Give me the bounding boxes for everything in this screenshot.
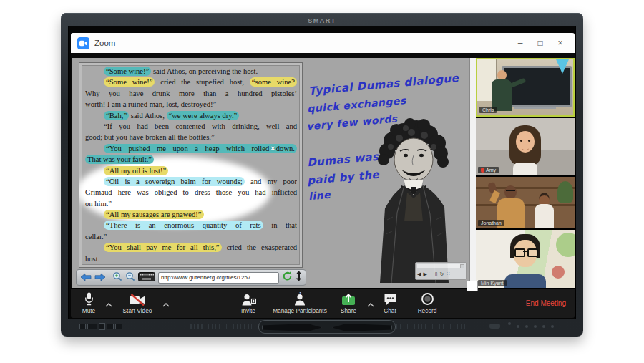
window-titlebar: Zoom – □ × xyxy=(71,33,575,53)
highlighted-text: “some wine? xyxy=(250,77,297,87)
port xyxy=(87,324,97,329)
page-nav-toolbar[interactable]: ◀ ▶ ─ ▯ ↻ ⁙ xyxy=(415,262,467,280)
video-options-chevron-icon[interactable] xyxy=(162,297,170,310)
smart-pen[interactable] xyxy=(332,324,392,331)
highlighted-text: “You shall pay me for all this,” xyxy=(104,243,222,252)
highlighted-text: “Oil is a sovereign balm for wounds; xyxy=(104,177,245,186)
page: SMART Zoom – □ × xyxy=(0,0,644,363)
minus-icon[interactable]: ─ xyxy=(429,271,433,278)
more-icon[interactable]: ⁙ xyxy=(446,271,450,278)
control-button[interactable] xyxy=(542,325,545,328)
page-nav-title-strip xyxy=(417,264,464,268)
zoom-control-bar: Mute Start Video xyxy=(71,288,575,318)
control-button[interactable] xyxy=(534,325,537,328)
board-pen-tray xyxy=(65,318,579,334)
highlighted-text: “All my sausages are gnawed!” xyxy=(104,210,204,219)
zoom-in-icon[interactable] xyxy=(112,271,122,284)
dumas-portrait-engraving xyxy=(360,112,469,283)
participants-icon: 1 xyxy=(265,292,334,306)
record-icon xyxy=(411,292,444,306)
port xyxy=(107,324,114,329)
share-screen-icon xyxy=(333,292,364,306)
mic-muted-icon xyxy=(481,168,484,173)
zoom-app-icon xyxy=(77,37,89,49)
handwritten-note-line: Typical Dumas dialogue xyxy=(308,72,459,97)
smart-brand-logo: SMART xyxy=(61,17,583,24)
highlighted-text: “All my oil is lost!” xyxy=(104,166,168,175)
video-tile[interactable]: Amy xyxy=(476,118,575,175)
forward-icon[interactable] xyxy=(94,271,106,284)
control-button[interactable] xyxy=(489,324,500,329)
document-page: “Some wine!” said Athos, on perceiving t… xyxy=(79,62,303,268)
meeting-content: “Some wine!” said Athos, on perceiving t… xyxy=(71,53,575,289)
handwritten-note-line: line xyxy=(308,189,331,203)
highlighted-text: “You pushed me upon a heap which rolled … xyxy=(104,144,297,153)
url-field[interactable]: http://www.gutenberg.org/files/1257 xyxy=(158,272,279,284)
window-title: Zoom xyxy=(94,39,115,47)
pen-tray xyxy=(258,320,396,334)
video-tile[interactable]: Jonathan xyxy=(476,177,575,228)
control-button[interactable] xyxy=(551,325,554,328)
port xyxy=(99,323,105,330)
chat-bubble-icon xyxy=(376,292,404,306)
control-button[interactable] xyxy=(508,322,511,325)
port xyxy=(115,324,122,329)
invite-button[interactable]: Invite xyxy=(233,292,264,314)
control-button[interactable] xyxy=(517,325,519,328)
close-button[interactable]: × xyxy=(550,38,570,48)
zoom-window: Zoom – □ × “Some wine!” said Athos, xyxy=(71,33,575,318)
control-button[interactable] xyxy=(525,325,528,328)
video-tile[interactable]: Min-Kyent xyxy=(476,230,575,289)
refresh-small-icon[interactable]: ↻ xyxy=(440,271,444,278)
participant-name-tag: Min-Kyent xyxy=(478,280,507,286)
handwritten-note-line: quick exchanges xyxy=(307,95,407,115)
chat-button[interactable]: Chat xyxy=(376,292,404,314)
highlighted-text: “Bah,” xyxy=(104,111,129,120)
keyboard-icon[interactable] xyxy=(138,271,155,284)
zoom-out-icon[interactable] xyxy=(125,271,135,284)
smart-board-bezel: SMART Zoom – □ × xyxy=(61,13,583,337)
back-icon[interactable] xyxy=(80,271,92,284)
highlighted-text: “we were always dry.” xyxy=(167,111,240,120)
highlighted-text: That was your fault.” xyxy=(85,155,154,164)
browser-toolbar: http://www.gutenberg.org/files/1257 xyxy=(76,269,306,286)
video-tile[interactable]: Chris xyxy=(476,58,575,117)
microphone-icon xyxy=(72,292,105,306)
invite-person-icon xyxy=(233,292,264,306)
camera-off-icon xyxy=(115,292,160,306)
minimize-button[interactable]: – xyxy=(510,38,530,48)
window-controls: – □ × xyxy=(510,33,570,53)
participant-name-tag: Chris xyxy=(479,107,497,113)
video-participants-panel: Chris Amy xyxy=(476,58,575,289)
participant-count-badge: 1 xyxy=(299,291,302,297)
participant-name-tag: Amy xyxy=(478,167,499,173)
highlighted-text: “Some wine!” xyxy=(104,67,151,76)
shared-whiteboard[interactable]: “Some wine!” said Athos, on perceiving t… xyxy=(72,58,469,289)
manage-participants-button[interactable]: 1 Manage Participants xyxy=(265,292,334,314)
page-icon[interactable]: ▯ xyxy=(435,271,438,278)
highlighted-text: “There is an enormous quantity of rats xyxy=(104,221,263,230)
smart-pen[interactable] xyxy=(262,324,322,331)
resize-vertical-icon[interactable] xyxy=(296,271,302,284)
document-text: “Some wine!” said Athos, on perceiving t… xyxy=(85,66,297,268)
share-options-chevron-icon[interactable] xyxy=(367,297,374,310)
participant-name-tag: Jonathan xyxy=(478,220,504,226)
annotation-close-icon[interactable]: × xyxy=(270,144,275,153)
record-button[interactable]: Record xyxy=(411,292,444,314)
page-nav-close-box[interactable] xyxy=(460,264,464,268)
maximize-button[interactable]: □ xyxy=(530,38,550,48)
port xyxy=(79,324,86,329)
start-video-button[interactable]: Start Video xyxy=(115,292,160,314)
highlighted-text: “Some wine!” xyxy=(104,77,155,87)
end-meeting-button[interactable]: End Meeting xyxy=(526,299,566,307)
display-screen: Zoom – □ × “Some wine!” said Athos, xyxy=(68,26,576,319)
scrollbar-handle[interactable] xyxy=(467,281,478,291)
refresh-icon[interactable] xyxy=(282,271,293,284)
toolbar-divider xyxy=(109,273,109,283)
share-button[interactable]: Share xyxy=(333,292,364,314)
next-page-icon[interactable]: ▶ xyxy=(423,271,426,278)
mute-button[interactable]: Mute xyxy=(72,292,105,314)
mute-options-chevron-icon[interactable] xyxy=(105,297,112,310)
prev-page-icon[interactable]: ◀ xyxy=(417,271,421,278)
